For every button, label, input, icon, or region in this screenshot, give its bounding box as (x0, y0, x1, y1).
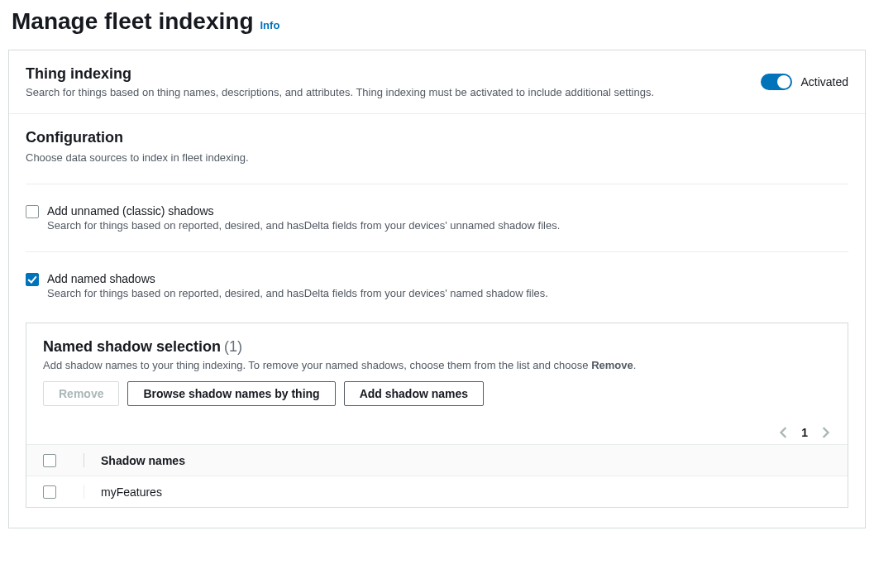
add-shadow-names-button[interactable]: Add shadow names (344, 381, 484, 406)
named-selection-count: (1) (224, 338, 242, 355)
table-row: myFeatures (26, 476, 848, 507)
shadow-names-col-header: Shadow names (101, 454, 831, 467)
thing-indexing-desc: Search for things based on thing names, … (26, 86, 654, 98)
named-shadows-checkbox[interactable] (26, 273, 39, 286)
page-title: Manage fleet indexing (12, 8, 254, 35)
thing-indexing-toggle[interactable] (761, 74, 792, 90)
thing-indexing-toggle-label: Activated (800, 75, 848, 88)
next-page-icon[interactable] (819, 427, 831, 438)
toggle-knob (777, 75, 790, 88)
named-selection-desc-post: . (633, 359, 637, 371)
row-checkbox[interactable] (43, 485, 56, 499)
divider (26, 184, 848, 184)
named-shadows-label: Add named shadows (47, 272, 848, 285)
configuration-desc: Choose data sources to index in fleet in… (26, 151, 848, 164)
browse-shadow-names-button[interactable]: Browse shadow names by thing (127, 381, 335, 406)
shadow-names-table: Shadow names myFeatures (26, 444, 848, 507)
page-number: 1 (801, 426, 808, 439)
thing-indexing-section: Thing indexing Search for things based o… (9, 50, 865, 114)
named-selection-desc: Add shadow names to your thing indexing.… (43, 359, 831, 371)
select-all-checkbox[interactable] (43, 454, 56, 467)
remove-button[interactable]: Remove (43, 381, 119, 406)
configuration-section: Configuration Choose data sources to ind… (9, 114, 865, 528)
divider (26, 251, 848, 252)
unnamed-shadows-row: Add unnamed (classic) shadows Search for… (26, 204, 848, 232)
named-selection-desc-bold: Remove (591, 359, 633, 371)
unnamed-shadows-desc: Search for things based on reported, des… (47, 219, 848, 232)
thing-indexing-title: Thing indexing (26, 65, 654, 83)
main-panel: Thing indexing Search for things based o… (8, 50, 866, 528)
table-header-row: Shadow names (26, 444, 848, 476)
named-shadow-selection-panel: Named shadow selection (1) Add shadow na… (26, 323, 848, 508)
named-shadows-row: Add named shadows Search for things base… (26, 272, 848, 299)
named-shadows-desc: Search for things based on reported, des… (47, 287, 848, 299)
pagination: 1 (26, 418, 848, 444)
unnamed-shadows-checkbox[interactable] (26, 205, 39, 218)
unnamed-shadows-label: Add unnamed (classic) shadows (47, 204, 848, 218)
prev-page-icon[interactable] (778, 427, 790, 438)
named-selection-title: Named shadow selection (43, 338, 221, 355)
shadow-name-cell: myFeatures (101, 485, 831, 499)
info-link[interactable]: Info (260, 19, 280, 31)
named-selection-desc-pre: Add shadow names to your thing indexing.… (43, 359, 591, 371)
configuration-title: Configuration (26, 129, 848, 146)
